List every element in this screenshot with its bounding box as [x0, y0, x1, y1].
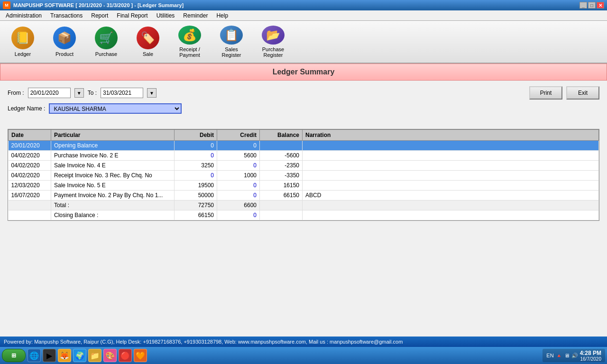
from-label: From : — [8, 90, 24, 96]
closing-narration-cell — [303, 210, 599, 220]
close-button[interactable]: ✕ — [597, 2, 604, 9]
cell-balance: -2350 — [260, 161, 303, 171]
cell-debit: 3250 — [175, 161, 217, 171]
purchase-label: Purchase — [95, 51, 117, 57]
toolbar-ledger[interactable]: 📒 Ledger — [4, 23, 42, 60]
total-debit-cell: 72750 — [175, 200, 217, 210]
toolbar-purchase-register[interactable]: 📂 Purchase Register — [254, 23, 292, 60]
status-bar: Powered by: Manpushp Software, Raipur (C… — [0, 337, 607, 347]
menu-transactions[interactable]: Transactions — [46, 11, 86, 20]
table-row[interactable]: 04/02/2020 Receipt Invoice No. 3 Rec. By… — [9, 171, 599, 181]
toolbar: 📒 Ledger 📦 Product 🛒 Purchase 🏷️ Sale 💰 … — [0, 21, 607, 64]
menu-final-report[interactable]: Final Report — [113, 11, 151, 20]
monitor-icon: 🖥 — [564, 353, 570, 358]
taskbar-ie[interactable]: 🌐 — [28, 349, 41, 362]
to-date-picker[interactable]: ▼ — [147, 88, 156, 98]
ledger-icon: 📒 — [11, 27, 34, 49]
total-credit-cell: 6600 — [217, 200, 260, 210]
closing-credit-cell: 0 — [217, 210, 260, 220]
closing-debit-cell: 66150 — [175, 210, 217, 220]
start-button[interactable]: ⊞ — [2, 349, 26, 362]
col-credit: Credit — [217, 130, 260, 141]
total-date-cell — [9, 200, 51, 210]
table-row[interactable]: 20/01/2020 Opening Balance 0 0 — [9, 141, 599, 151]
date-row: From : ▼ To : ▼ Print Exit — [8, 86, 599, 100]
purchase-icon: 🛒 — [95, 27, 118, 49]
purchase-register-label: Purchase Register — [257, 46, 290, 58]
cell-particular: Purchase Invoice No. 2 E — [51, 151, 175, 161]
cell-balance: -3350 — [260, 171, 303, 181]
clock: 4:28 PM 16/7/2020 — [580, 350, 601, 362]
cell-date: 20/01/2020 — [9, 141, 51, 151]
cell-debit: 50000 — [175, 191, 217, 200]
to-date-input[interactable] — [101, 88, 143, 98]
taskbar-right: EN 🔺 🖥 🔊 4:28 PM 16/7/2020 — [543, 349, 605, 362]
taskbar: ⊞ 🌐 ▶ 🦊 🌍 📁 🎨 🔴 🧡 EN 🔺 🖥 🔊 4:28 PM 16/7/… — [0, 347, 607, 364]
closing-date-cell — [9, 210, 51, 220]
taskbar-red-app[interactable]: 🔴 — [119, 349, 132, 362]
table-row[interactable]: 16/07/2020 Payment Invoice No. 2 Pay By … — [9, 191, 599, 200]
taskbar-paint[interactable]: 🎨 — [103, 349, 117, 362]
cell-debit: 19500 — [175, 181, 217, 191]
total-label-cell: Total : — [51, 200, 175, 210]
table-row[interactable]: 04/02/2020 Sale Invoice No. 4 E 3250 0 -… — [9, 161, 599, 171]
purchase-register-icon: 📂 — [262, 26, 285, 45]
closing-label-cell: Closing Balance : — [51, 210, 175, 220]
exit-button[interactable]: Exit — [566, 86, 599, 100]
col-particular: Particular — [51, 130, 175, 141]
taskbar-firefox[interactable]: 🦊 — [58, 349, 71, 362]
total-balance-cell — [260, 200, 303, 210]
toolbar-product[interactable]: 📦 Product — [46, 23, 83, 60]
from-date-input[interactable] — [28, 88, 71, 98]
taskbar-orange-app[interactable]: 🧡 — [134, 349, 147, 362]
table-closing-row: Closing Balance : 66150 0 — [9, 210, 599, 220]
ledger-name-dropdown[interactable]: KAUSHAL SHARMA — [49, 103, 182, 114]
menu-administration[interactable]: Administration — [2, 11, 46, 20]
total-narration-cell — [303, 200, 599, 210]
toolbar-purchase[interactable]: 🛒 Purchase — [87, 23, 125, 60]
minimize-button[interactable]: _ — [579, 2, 587, 9]
taskbar-files[interactable]: 📁 — [88, 349, 101, 362]
product-label: Product — [55, 51, 74, 57]
cell-balance: 16150 — [260, 181, 303, 191]
cell-credit: 0 — [217, 141, 260, 151]
sales-register-icon: 📋 — [220, 26, 243, 45]
window-content: Ledger Summary From : ▼ To : ▼ Print Exi… — [0, 64, 607, 347]
print-button[interactable]: Print — [529, 86, 562, 100]
table-row[interactable]: 04/02/2020 Purchase Invoice No. 2 E 0 56… — [9, 151, 599, 161]
menu-utilities[interactable]: Utilities — [153, 11, 179, 20]
to-label: To : — [88, 90, 97, 96]
ledger-name-label: Ledger Name : — [8, 105, 45, 112]
cell-particular: Opening Balance — [51, 141, 175, 151]
taskbar-chrome[interactable]: 🌍 — [73, 349, 86, 362]
receipt-icon: 💰 — [178, 26, 201, 45]
ledger-label: Ledger — [15, 51, 31, 57]
toolbar-sale[interactable]: 🏷️ Sale — [129, 23, 167, 60]
closing-balance-cell — [260, 210, 303, 220]
menu-reminder[interactable]: Reminder — [179, 11, 212, 20]
cell-date: 16/07/2020 — [9, 191, 51, 200]
toolbar-sales-register[interactable]: 📋 Sales Register — [212, 23, 250, 60]
sales-register-label: Sales Register — [215, 46, 248, 58]
menu-report[interactable]: Report — [87, 11, 112, 20]
cell-particular: Sale Invoice No. 4 E — [51, 161, 175, 171]
window-title: MANPUSHP SOFTWARE [ 20/1/2020 - 31/3/202… — [13, 2, 184, 8]
from-date-picker[interactable]: ▼ — [74, 88, 84, 98]
menu-bar: Administration Transactions Report Final… — [0, 10, 607, 21]
cell-narration — [303, 181, 599, 191]
cell-credit: 0 — [217, 181, 260, 191]
table-row[interactable]: 12/03/2020 Sale Invoice No. 5 E 19500 0 … — [9, 181, 599, 191]
menu-help[interactable]: Help — [212, 11, 232, 20]
cell-particular: Sale Invoice No. 5 E — [51, 181, 175, 191]
sale-label: Sale — [143, 51, 153, 57]
network-icon: 🔺 — [556, 353, 562, 359]
col-narration: Narration — [303, 130, 599, 141]
cell-balance: -5600 — [260, 151, 303, 161]
toolbar-receipt[interactable]: 💰 Receipt / Payment — [171, 23, 209, 60]
cell-balance — [260, 141, 303, 151]
cell-balance: 66150 — [260, 191, 303, 200]
taskbar-media[interactable]: ▶ — [43, 349, 56, 362]
title-bar: M MANPUSHP SOFTWARE [ 20/1/2020 - 31/3/2… — [0, 0, 607, 10]
cell-date: 04/02/2020 — [9, 161, 51, 171]
maximize-button[interactable]: □ — [588, 2, 596, 9]
